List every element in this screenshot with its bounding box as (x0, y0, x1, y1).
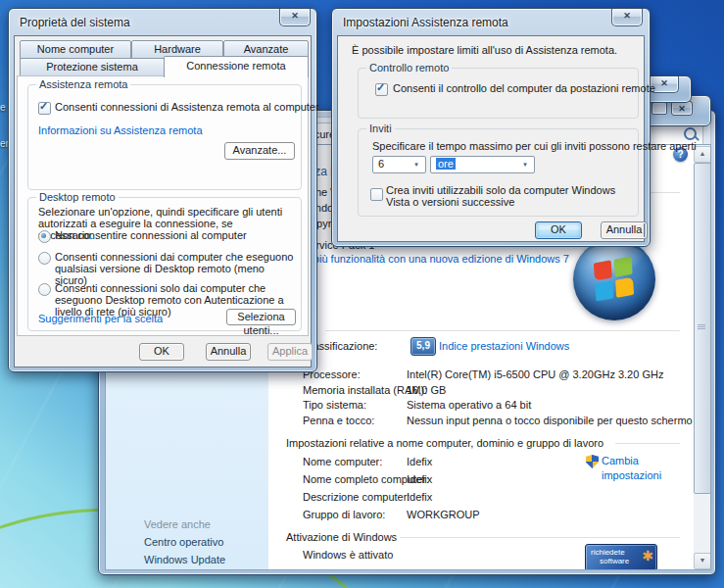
tab-nome-computer[interactable]: Nome computer (20, 40, 131, 59)
desktop: e er Pannello di controllo › Sistema e s… (0, 0, 724, 588)
checkbox-label: Consenti il controllo del computer da po… (393, 82, 655, 94)
chevron-down-icon: ▾ (410, 159, 423, 170)
allow-remote-control-checkbox[interactable] (375, 83, 388, 96)
radio-label: Non consentire connessioni al computer (55, 229, 247, 241)
row-label: Gruppo di lavoro: (303, 509, 385, 520)
dialog-title: Impostazioni Assistenza remota (343, 16, 508, 29)
cancel-button[interactable]: Annulla (601, 221, 648, 239)
group-header: Desktop remoto (36, 191, 119, 203)
row-value: WORKGROUP (407, 509, 480, 520)
scroll-down-button[interactable]: ▼ (694, 553, 711, 569)
dialog-title: Proprietà del sistema (20, 16, 130, 29)
badge-text-line1: richiedete (591, 548, 625, 557)
remote-desktop-group: Desktop remoto Selezionare un'opzione, q… (27, 197, 302, 331)
flag-pane-red (594, 260, 612, 280)
performance-index-link[interactable]: Indice prestazioni Windows (439, 340, 569, 352)
close-icon[interactable]: ✕ (279, 9, 311, 26)
close-icon[interactable]: ✕ (611, 9, 643, 26)
ok-button[interactable]: OK (535, 221, 582, 239)
vista-only-invitations-checkbox[interactable] (370, 188, 383, 201)
change-settings-link-line2[interactable]: impostazioni (602, 469, 661, 481)
invitations-group: Inviti Specificare il tempo massimo per … (358, 128, 639, 217)
tab-page-connessione-remota: Assistenza remota Consenti connessioni d… (17, 75, 309, 336)
system-section-divider (325, 330, 680, 331)
system-properties-dialog: Proprietà del sistema ✕ Nome computer Ha… (8, 8, 317, 372)
advanced-button[interactable]: Avanzate... (224, 142, 295, 160)
flag-pane-blue (595, 280, 613, 301)
checkbox-label: Consenti connessioni di Assistenza remot… (55, 101, 319, 113)
row-label: Nome computer: (303, 456, 382, 467)
uac-shield-icon (586, 455, 599, 468)
windows-flag-icon (594, 257, 635, 303)
select-users-button[interactable]: Seleziona utenti... (226, 309, 296, 325)
sidebar-header: Vedere anche (144, 518, 211, 530)
deny-connections-radio[interactable] (38, 230, 51, 243)
allow-any-version-radio[interactable] (38, 252, 51, 265)
genuine-software-badge[interactable]: richiedete software ✱ (585, 544, 657, 570)
selected-amount: 6 (378, 158, 384, 170)
name-section-divider (615, 443, 680, 444)
spec-label: Penna e tocco: (303, 415, 374, 426)
ok-button[interactable]: OK (139, 343, 184, 361)
remote-assistance-group: Assistenza remota Consenti connessioni d… (27, 84, 302, 190)
genuine-star-icon: ✱ (642, 548, 653, 564)
spec-value: Sistema operativo a 64 bit (407, 399, 531, 411)
rating-badge: 5,9 (410, 337, 436, 356)
windows-orb-logo (573, 238, 655, 320)
tab-connessione-remota[interactable]: Connessione remota (164, 56, 309, 77)
sidebar-item-windows-update[interactable]: Windows Update (144, 554, 225, 565)
dialog-body: Nome computer Hardware Avanzate Protezio… (14, 35, 312, 368)
scrollbar-grip (698, 324, 705, 325)
titlebar[interactable]: Impostazioni Assistenza remota (332, 9, 650, 36)
spec-label: Tipo sistema: (303, 399, 366, 411)
dialog-intro-text: È possibile impostare limiti all'uso di … (352, 44, 617, 56)
titlebar[interactable]: Proprietà del sistema (9, 9, 316, 36)
spec-value: 16,0 GB (407, 384, 446, 396)
selected-unit: ore (436, 158, 456, 170)
remote-control-group: Controllo remoto Consenti il controllo d… (358, 68, 639, 119)
chevron-down-icon: ▾ (518, 159, 532, 170)
radio-label: Consenti connessioni dai computer che es… (55, 251, 295, 286)
sidebar-item-centro-operativo[interactable]: Centro operativo (144, 536, 223, 548)
badge-text-line2: software (600, 557, 629, 565)
invitations-description: Specificare il tempo massimo per cui gli… (372, 140, 697, 152)
change-settings-link[interactable]: Cambia (602, 455, 639, 466)
row-value: Idefix (407, 456, 432, 467)
activation-status: Windows è attivato (303, 549, 393, 561)
activation-divider (400, 537, 680, 538)
cancel-button[interactable]: Annulla (206, 343, 251, 361)
flag-pane-green (614, 257, 633, 277)
spec-value: Nessun input penna o tocco disponibile p… (407, 415, 693, 426)
scrollbar-thumb[interactable] (694, 163, 711, 494)
row-value: Idefix (407, 491, 432, 503)
desktop-icon-label-fragment: e (0, 102, 6, 113)
dialog-body: È possibile impostare limiti all'uso di … (337, 35, 645, 242)
checkbox-label: Crea inviti utilizzabili solo da compute… (386, 184, 631, 208)
spec-value: Intel(R) Core(TM) i5-6500 CPU @ 3.20GHz … (407, 368, 663, 380)
allow-remote-assistance-checkbox[interactable] (38, 102, 51, 115)
apply-button[interactable]: Applica (267, 343, 313, 361)
close-icon[interactable]: ✕ (671, 101, 693, 116)
upgrade-windows-link[interactable]: Ottieni più funzionalità con una nuova e… (279, 253, 569, 265)
remote-assistance-settings-dialog: Impostazioni Assistenza remota ✕ È possi… (331, 8, 651, 247)
group-header: Inviti (366, 122, 395, 134)
allow-nla-only-radio[interactable] (38, 283, 51, 296)
invitation-amount-select[interactable]: 6 ▾ (372, 156, 426, 173)
activation-section-header: Attivazione di Windows (286, 531, 397, 543)
row-label: Descrizione computer: (303, 491, 410, 503)
choice-help-link[interactable]: Suggerimenti per la scelta (38, 313, 163, 324)
group-header: Controllo remoto (366, 62, 452, 74)
group-header: Assistenza remota (36, 78, 130, 90)
name-section-header: Impostazioni relative a nome computer, d… (286, 437, 603, 449)
remote-assistance-info-link[interactable]: Informazioni su Assistenza remota (38, 124, 203, 136)
restore-icon[interactable] (652, 102, 667, 115)
flag-pane-yellow (615, 277, 634, 298)
tab-protezione-sistema[interactable]: Protezione sistema (20, 58, 165, 76)
invitation-unit-select[interactable]: ore ▾ (430, 156, 535, 173)
row-value: Idefix (407, 473, 432, 485)
